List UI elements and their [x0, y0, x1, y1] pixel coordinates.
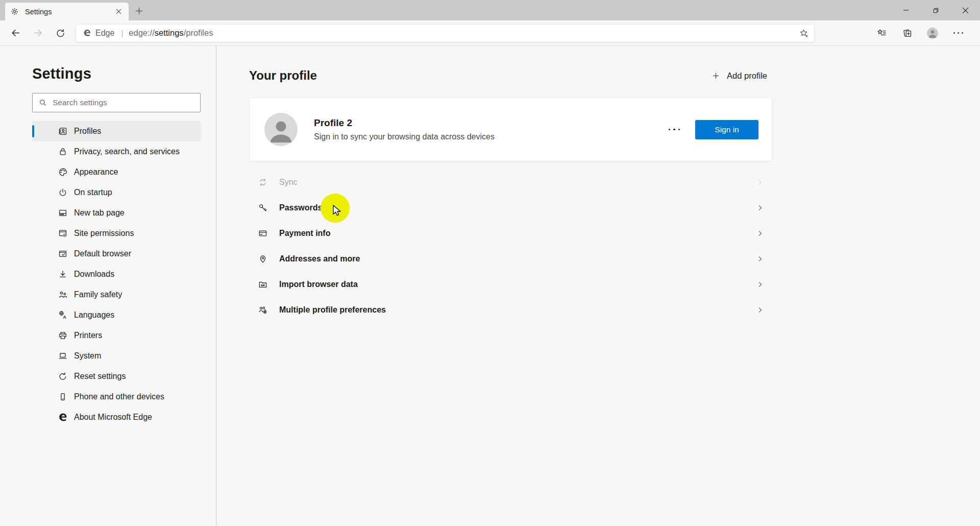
svg-text:A: A	[63, 315, 66, 320]
profile-name: Profile 2	[314, 117, 495, 129]
browser-tab-settings[interactable]: Settings	[5, 3, 129, 20]
sidebar-item-label: Reset settings	[74, 372, 126, 381]
sidebar-item-printers[interactable]: Printers	[32, 325, 201, 346]
address-bar[interactable]: Edge | edge://settings/profiles	[76, 24, 815, 42]
phone-icon	[58, 392, 68, 402]
sidebar-item-label: Languages	[74, 310, 114, 320]
sign-in-button[interactable]: Sign in	[695, 120, 758, 139]
sidebar-item-label: About Microsoft Edge	[74, 413, 152, 422]
url-path: /profiles	[184, 28, 213, 37]
sidebar-item-label: Downloads	[74, 270, 114, 279]
profiles-gear-icon	[258, 305, 268, 315]
restore-icon[interactable]	[921, 0, 950, 20]
chevron-right-icon	[756, 306, 764, 314]
sidebar-item-label: New tab page	[74, 208, 125, 218]
sidebar-item-site-permissions[interactable]: Site permissions	[32, 223, 201, 244]
sidebar-item-appearance[interactable]: Appearance	[32, 162, 201, 182]
location-pin-icon	[258, 254, 268, 264]
sidebar-item-label: Printers	[74, 331, 102, 340]
list-item-label: Import browser data	[279, 280, 756, 289]
close-icon[interactable]	[950, 0, 980, 20]
sidebar-title: Settings	[32, 65, 216, 82]
address-separator: |	[121, 29, 123, 37]
window-controls	[891, 0, 980, 20]
minimize-icon[interactable]	[891, 0, 921, 20]
search-icon	[38, 98, 47, 107]
sidebar-item-label: Privacy, search, and services	[74, 147, 180, 156]
sidebar-item-default-browser[interactable]: Default browser	[32, 244, 201, 264]
credit-card-icon	[258, 228, 268, 238]
ellipsis-icon[interactable]	[945, 22, 971, 44]
list-item-payment-info[interactable]: Payment info	[249, 221, 772, 246]
sidebar-item-on-startup[interactable]: On startup	[32, 182, 201, 203]
add-profile-label: Add profile	[727, 71, 767, 81]
list-item-label: Sync	[279, 178, 756, 187]
search-settings-input[interactable]: Search settings	[32, 93, 201, 112]
sidebar-item-downloads[interactable]: Downloads	[32, 264, 201, 284]
sidebar-item-family-safety[interactable]: Family safety	[32, 284, 201, 305]
profiles-icon	[58, 126, 68, 136]
sidebar-item-label: Appearance	[74, 168, 118, 177]
site-identity[interactable]: Edge	[83, 29, 114, 38]
settings-sidebar: Settings Search settings Profiles	[0, 46, 216, 526]
reset-icon	[58, 371, 68, 381]
profile-card: Profile 2 Sign in to sync your browsing …	[249, 98, 772, 161]
new-tab-button[interactable]	[132, 4, 146, 18]
favorites-bar-icon[interactable]	[869, 22, 894, 44]
list-item-import-data[interactable]: Import browser data	[249, 272, 772, 297]
refresh-icon[interactable]	[49, 22, 71, 44]
site-label: Edge	[95, 29, 114, 38]
forward-icon[interactable]	[27, 22, 49, 44]
import-folder-icon	[258, 279, 268, 290]
add-favorite-star-icon[interactable]	[799, 28, 809, 38]
sidebar-item-label: Phone and other devices	[74, 392, 164, 401]
sidebar-nav: Profiles Privacy, search, and services	[32, 121, 201, 427]
laptop-icon	[58, 351, 68, 361]
more-options-button[interactable]	[665, 122, 683, 137]
list-item-addresses[interactable]: Addresses and more	[249, 246, 772, 272]
settings-page: Settings Search settings Profiles	[0, 46, 980, 526]
collections-icon[interactable]	[894, 22, 920, 44]
key-icon	[258, 203, 268, 213]
page-title: Your profile	[249, 68, 317, 83]
sidebar-item-new-tab-page[interactable]: New tab page	[32, 203, 201, 223]
list-item-label: Passwords	[279, 203, 756, 212]
tab-close-icon[interactable]	[113, 7, 124, 17]
sidebar-item-reset-settings[interactable]: Reset settings	[32, 366, 201, 387]
list-item-label: Multiple profile preferences	[279, 305, 756, 315]
url-prefix: edge://	[129, 28, 154, 37]
sidebar-item-label: Profiles	[74, 127, 101, 136]
person-avatar-icon	[264, 113, 298, 146]
sidebar-item-system[interactable]: System	[32, 346, 201, 366]
sidebar-item-label: System	[74, 351, 101, 361]
lock-icon	[58, 147, 68, 157]
gear-icon	[10, 7, 19, 16]
edge-logo-icon	[58, 412, 68, 422]
profile-description: Sign in to sync your browsing data acros…	[314, 132, 495, 141]
sidebar-item-privacy[interactable]: Privacy, search, and services	[32, 141, 201, 162]
download-icon	[58, 269, 68, 279]
chevron-right-icon	[756, 204, 764, 212]
url-text[interactable]: edge://settings/profiles	[129, 28, 799, 38]
sidebar-item-languages[interactable]: A Languages	[32, 305, 201, 325]
sidebar-item-about-edge[interactable]: About Microsoft Edge	[32, 407, 201, 427]
back-icon[interactable]	[4, 22, 27, 44]
add-profile-button[interactable]: Add profile	[706, 68, 772, 84]
profile-avatar-icon[interactable]	[920, 22, 945, 44]
toolbar-right-icons	[869, 22, 980, 44]
list-item-multiple-profiles[interactable]: Multiple profile preferences	[249, 297, 772, 323]
browser-check-icon	[58, 249, 68, 259]
sidebar-item-phone-devices[interactable]: Phone and other devices	[32, 387, 201, 407]
printer-icon	[58, 330, 68, 341]
list-item-sync: Sync	[249, 170, 772, 195]
mouse-cursor-icon	[331, 205, 342, 217]
more-options-icon	[669, 129, 680, 131]
sidebar-item-label: Family safety	[74, 290, 122, 299]
profile-settings-list: Sync Passwords	[249, 170, 772, 323]
browser-toolbar: Edge | edge://settings/profiles	[0, 20, 980, 46]
power-icon	[58, 187, 68, 198]
plus-icon	[712, 71, 720, 80]
search-placeholder: Search settings	[53, 98, 107, 107]
sidebar-item-profiles[interactable]: Profiles	[32, 121, 201, 141]
sidebar-item-label: On startup	[74, 188, 112, 197]
